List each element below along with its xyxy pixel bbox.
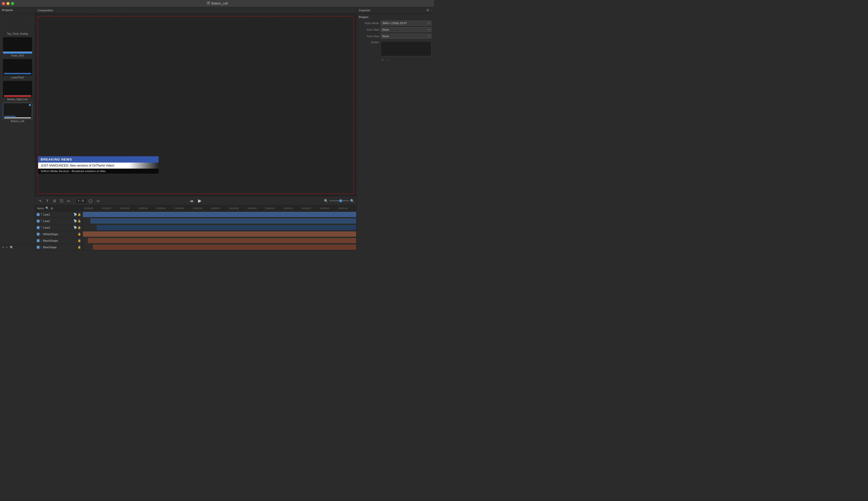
row-label-blackshape: □ BlackShape 🔒 bbox=[35, 237, 83, 244]
row-checkbox-blueshape[interactable] bbox=[37, 246, 40, 249]
sidebar-item-top-clock-analog[interactable]: Top_Clock_Analog bbox=[0, 14, 35, 36]
row-icons-blackshape: 🔒 bbox=[78, 239, 81, 242]
row-checkbox-line2[interactable] bbox=[37, 220, 40, 223]
video-mode-value: 3840 x 2160p 29.97 bbox=[382, 22, 407, 25]
row-lock-icon-line3[interactable]: 🔒 bbox=[78, 226, 81, 229]
inspector-chevron-icon[interactable]: › bbox=[431, 9, 431, 12]
zoom-controls: 🔍 🔍 bbox=[324, 199, 354, 203]
row-lock-icon-whiteshape[interactable]: 🔒 bbox=[78, 232, 81, 236]
table-row: T Line2 📡 🔒 bbox=[35, 218, 356, 224]
zoom-out-icon[interactable]: 🔍 bbox=[324, 199, 328, 203]
ruler-mark-13: 00:00:13 bbox=[319, 205, 337, 211]
video-tool-button[interactable]: ▭ bbox=[65, 198, 72, 204]
text-tool-button[interactable]: T bbox=[44, 198, 51, 204]
row-wifi-icon-line3[interactable]: 📡 bbox=[74, 226, 77, 229]
sidebar-item-bottom-left[interactable]: Bottom_Left bbox=[0, 102, 35, 124]
sidebar-add-button[interactable]: + bbox=[2, 245, 4, 249]
play-button[interactable]: ▶ bbox=[196, 197, 203, 204]
row-checkbox-whiteshape[interactable] bbox=[37, 233, 40, 236]
row-track-line2[interactable] bbox=[83, 218, 356, 224]
row-track-blackshape[interactable] bbox=[83, 237, 356, 244]
arrow-tool-button[interactable]: ↖ bbox=[37, 198, 44, 204]
lower-third-overlay: BREAKING NEWS JUST ANNOUNCED: New versio… bbox=[38, 156, 158, 174]
clip-line3 bbox=[97, 225, 356, 230]
sidebar-header: Projects bbox=[0, 7, 35, 13]
mode-button[interactable]: ◯ bbox=[87, 198, 94, 204]
project-label-top-clock: Top_Clock_Analog bbox=[2, 32, 33, 35]
row-checkbox-line1[interactable] bbox=[37, 213, 40, 216]
row-track-whiteshape[interactable] bbox=[83, 231, 356, 237]
row-lock-icon-line1[interactable]: 🔒 bbox=[78, 213, 81, 216]
row-track-line3[interactable] bbox=[83, 224, 356, 231]
ticker-bar: Softron Media Services - Broadcast solut… bbox=[38, 169, 158, 174]
row-type-icon-line1: T bbox=[41, 213, 42, 216]
ruler-mark-11: 00:00:11 bbox=[283, 205, 301, 211]
sidebar-item-ticker-rss[interactable]: Ticker_RSS bbox=[0, 36, 35, 58]
ruler-mark-4: 00:00:04 bbox=[156, 205, 174, 211]
row-icons-line3: 📡 🔒 bbox=[74, 226, 81, 229]
toolbar: ↖ T ⊡ ⬛ ▭ 5:32 ◯ ▭ ⏮ ▶ 🔍 🔍 bbox=[35, 196, 356, 205]
bottomright-bar bbox=[4, 95, 31, 97]
timeline-items-header: Items 🔍 ⊕ bbox=[35, 205, 83, 211]
project-thumb-top-clock bbox=[3, 15, 32, 32]
ruler-mark-10: 00:00:10 bbox=[265, 205, 283, 211]
row-lock-icon-blackshape[interactable]: 🔒 bbox=[78, 239, 81, 242]
bottomleft-blue-bar bbox=[4, 116, 16, 117]
auto-stop-select[interactable]: None ▼ bbox=[381, 34, 431, 39]
file-button[interactable]: ▭ bbox=[95, 198, 101, 204]
prev-frame-button[interactable]: ⏮ bbox=[188, 197, 195, 204]
minimize-button[interactable] bbox=[7, 2, 10, 5]
timecode-display[interactable]: 5:32 bbox=[76, 199, 86, 203]
auto-start-value: None bbox=[382, 28, 389, 31]
video-mode-label: Video Mode bbox=[359, 22, 379, 25]
maximize-button[interactable] bbox=[11, 2, 14, 5]
sidebar-item-lowerthird[interactable]: LowerThird bbox=[0, 58, 35, 80]
sidebar-search-icon[interactable]: 🔍 bbox=[10, 245, 14, 249]
row-name-blackshape: BlackShape bbox=[43, 239, 77, 242]
zoom-slider[interactable] bbox=[329, 200, 349, 201]
table-row: T Line3 📡 🔒 bbox=[35, 224, 356, 231]
ruler-mark-0: 00:00:00 bbox=[83, 205, 101, 211]
inspector-title: Inspector bbox=[359, 9, 370, 12]
row-type-icon-line3: T bbox=[41, 226, 42, 229]
title-bar: 🎬 Bottom_Left bbox=[0, 0, 434, 7]
row-label-line3: T Line3 📡 🔒 bbox=[35, 224, 83, 231]
smiles-remove-button[interactable]: − bbox=[386, 58, 389, 62]
sidebar-remove-button[interactable]: − bbox=[6, 245, 8, 249]
clip-blackshape bbox=[88, 238, 356, 243]
auto-start-select[interactable]: None ▼ bbox=[381, 27, 431, 32]
timeline-ruler: 00:00:00 00:00:01 00:00:02 00:00:03 00:0… bbox=[83, 205, 356, 211]
row-checkbox-blackshape[interactable] bbox=[37, 239, 40, 242]
timeline-add-icon[interactable]: ⊕ bbox=[51, 206, 54, 210]
row-wifi-icon-line1[interactable]: 📡 bbox=[74, 213, 77, 216]
close-button[interactable] bbox=[2, 2, 5, 5]
inspector-smiles-row: Smiles + − bbox=[359, 40, 431, 62]
row-lock-icon-line2[interactable]: 🔒 bbox=[78, 219, 81, 223]
row-wifi-icon-line2[interactable]: 📡 bbox=[74, 219, 77, 223]
row-track-blueshape[interactable] bbox=[83, 244, 356, 250]
inspector-gear-icon[interactable]: ⚙ bbox=[426, 8, 429, 12]
crop-tool-button[interactable]: ⊡ bbox=[51, 198, 58, 204]
row-lock-icon-blueshape[interactable]: 🔒 bbox=[78, 245, 81, 249]
project-thumb-lowerthird bbox=[3, 59, 32, 75]
inspector-video-mode-row: Video Mode 3840 x 2160p 29.97 ▼ bbox=[359, 21, 431, 25]
row-track-line1[interactable] bbox=[83, 211, 356, 217]
video-mode-select[interactable]: 3840 x 2160p 29.97 ▼ bbox=[381, 21, 431, 25]
sidebar-items: Top_Clock_Analog Ticker_RSS LowerT bbox=[0, 13, 35, 244]
image-tool-button[interactable]: ⬛ bbox=[58, 198, 65, 204]
timeline-search-icon[interactable]: 🔍 bbox=[45, 206, 49, 210]
ruler-mark-1: 00:00:01 bbox=[101, 205, 120, 211]
sidebar-bottom-toolbar: + − 🔍 bbox=[0, 244, 35, 250]
zoom-in-icon[interactable]: 🔍 bbox=[350, 199, 354, 203]
project-label-lowerthird: LowerThird bbox=[2, 76, 33, 79]
inspector-auto-stop-row: Auto Stop None ▼ bbox=[359, 34, 431, 39]
sidebar-item-bottom-right-live[interactable]: Bottom_Right Live bbox=[0, 80, 35, 102]
project-thumb-bottomleft bbox=[3, 103, 32, 119]
ruler-track: 00:00:00 00:00:01 00:00:02 00:00:03 00:0… bbox=[83, 205, 356, 211]
timeline-rows: T Line1 📡 🔒 T bbox=[35, 211, 356, 250]
smiles-add-button[interactable]: + bbox=[381, 58, 385, 62]
row-checkbox-line3[interactable] bbox=[37, 226, 40, 229]
bottomleft-white-bar bbox=[4, 117, 31, 118]
table-row: □ WhiteShape 🔒 bbox=[35, 231, 356, 237]
ruler-mark-12: 00:00:12 bbox=[301, 205, 319, 211]
